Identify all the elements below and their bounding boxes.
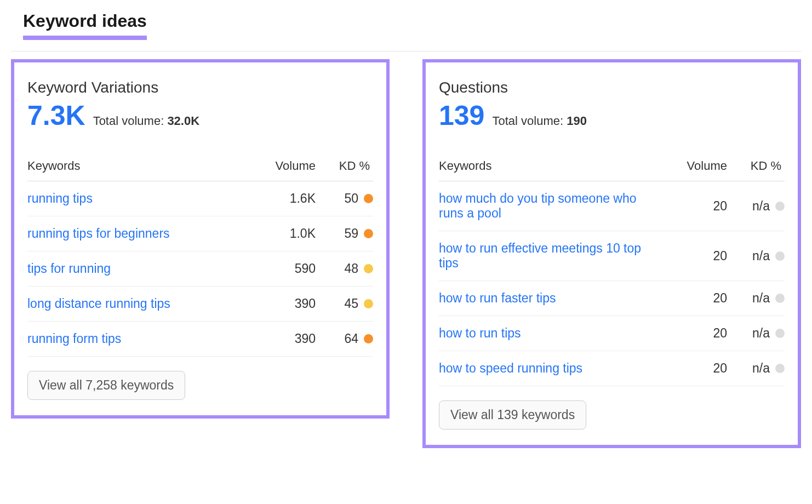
questions-count: 139 [439, 100, 484, 131]
keyword-link[interactable]: long distance running tips [27, 296, 170, 311]
table-row: long distance running tips39045 [27, 287, 373, 322]
kd-dot-icon [364, 229, 373, 238]
table-row: how to run effective meetings 10 top tip… [439, 231, 785, 281]
variations-table: Keywords Volume KD % running tips1.6K50r… [27, 153, 373, 357]
keyword-cell: running tips [27, 181, 255, 216]
volume-cell: 20 [667, 231, 727, 281]
kd-cell: n/a [727, 316, 785, 351]
kd-dot-icon [775, 251, 785, 261]
table-row: how to run tips20n/a [439, 316, 785, 351]
keyword-link[interactable]: how to run effective meetings 10 top tip… [439, 241, 641, 270]
kd-cell: n/a [727, 231, 785, 281]
kd-dot-icon [364, 334, 373, 343]
kd-value: n/a [752, 291, 770, 306]
keyword-cell: how to run faster tips [439, 281, 667, 316]
keyword-cell: running tips for beginners [27, 216, 255, 251]
variations-total-volume: Total volume: 32.0K [93, 114, 199, 128]
keyword-link[interactable]: how to run tips [439, 326, 521, 340]
card-title: Questions [439, 79, 785, 96]
col-kd: KD % [727, 153, 785, 181]
view-all-wrap: View all 7,258 keywords [27, 371, 373, 400]
keyword-link[interactable]: tips for running [27, 261, 111, 276]
kd-value: 64 [344, 331, 358, 346]
kd-dot-icon [364, 299, 373, 308]
variations-tbody: running tips1.6K50running tips for begin… [27, 181, 373, 357]
kd-cell: 59 [316, 216, 373, 251]
table-row: running tips1.6K50 [27, 181, 373, 216]
kd-dot-icon [775, 294, 785, 303]
card-header: Questions 139 Total volume: 190 [439, 79, 785, 131]
table-row: how to speed running tips20n/a [439, 351, 785, 386]
volume-cell: 390 [255, 287, 316, 322]
volume-cell: 20 [667, 181, 727, 231]
col-volume: Volume [667, 153, 727, 181]
keyword-link[interactable]: running tips [27, 191, 93, 205]
questions-total-volume: Total volume: 190 [492, 114, 586, 128]
kd-dot-icon [775, 202, 785, 211]
table-row: running form tips39064 [27, 322, 373, 357]
kd-dot-icon [364, 264, 373, 273]
cards-row: Keyword Variations 7.3K Total volume: 32… [11, 59, 801, 448]
col-volume: Volume [255, 153, 316, 181]
keyword-link[interactable]: running form tips [27, 331, 121, 346]
stat-line: 139 Total volume: 190 [439, 100, 785, 131]
section-title: Keyword ideas [23, 11, 147, 40]
table-row: how to run faster tips20n/a [439, 281, 785, 316]
variations-count: 7.3K [27, 100, 85, 131]
view-all-variations-button[interactable]: View all 7,258 keywords [27, 371, 185, 400]
volume-cell: 1.6K [255, 181, 316, 216]
table-row: running tips for beginners1.0K59 [27, 216, 373, 251]
stat-line: 7.3K Total volume: 32.0K [27, 100, 373, 131]
questions-table: Keywords Volume KD % how much do you tip… [439, 153, 785, 386]
col-keywords: Keywords [439, 153, 667, 181]
kd-cell: n/a [727, 351, 785, 386]
volume-cell: 1.0K [255, 216, 316, 251]
kd-value: 45 [344, 296, 358, 311]
keyword-cell: how to speed running tips [439, 351, 667, 386]
card-header: Keyword Variations 7.3K Total volume: 32… [27, 79, 373, 131]
col-kd: KD % [316, 153, 373, 181]
volume-cell: 390 [255, 322, 316, 357]
kd-dot-icon [775, 329, 785, 338]
keyword-cell: running form tips [27, 322, 255, 357]
kd-value: 59 [344, 226, 358, 241]
kd-value: 48 [344, 261, 358, 276]
kd-dot-icon [775, 364, 785, 373]
kd-value: n/a [752, 361, 770, 376]
keyword-cell: how to run effective meetings 10 top tip… [439, 231, 667, 281]
keyword-link[interactable]: how to speed running tips [439, 361, 582, 375]
kd-value: n/a [752, 199, 770, 214]
keyword-cell: how to run tips [439, 316, 667, 351]
volume-cell: 590 [255, 251, 316, 287]
kd-cell: n/a [727, 181, 785, 231]
kd-cell: n/a [727, 281, 785, 316]
kd-value: n/a [752, 326, 770, 341]
card-title: Keyword Variations [27, 79, 373, 96]
kd-cell: 50 [316, 181, 373, 216]
view-all-wrap: View all 139 keywords [439, 400, 785, 429]
questions-card: Questions 139 Total volume: 190 Keywords… [422, 59, 801, 448]
volume-cell: 20 [667, 351, 727, 386]
kd-value: 50 [344, 191, 358, 206]
keyword-link[interactable]: how to run faster tips [439, 291, 556, 305]
kd-dot-icon [364, 194, 373, 203]
keyword-link[interactable]: running tips for beginners [27, 226, 170, 240]
section-divider [11, 51, 801, 51]
keyword-cell: long distance running tips [27, 287, 255, 322]
kd-value: n/a [752, 249, 770, 264]
col-keywords: Keywords [27, 153, 255, 181]
kd-cell: 48 [316, 251, 373, 287]
questions-tbody: how much do you tip someone who runs a p… [439, 181, 785, 386]
keyword-cell: how much do you tip someone who runs a p… [439, 181, 667, 231]
kd-cell: 64 [316, 322, 373, 357]
volume-cell: 20 [667, 316, 727, 351]
table-row: tips for running59048 [27, 251, 373, 287]
volume-cell: 20 [667, 281, 727, 316]
view-all-questions-button[interactable]: View all 139 keywords [439, 400, 586, 429]
keyword-variations-card: Keyword Variations 7.3K Total volume: 32… [11, 59, 390, 419]
kd-cell: 45 [316, 287, 373, 322]
keyword-cell: tips for running [27, 251, 255, 287]
table-row: how much do you tip someone who runs a p… [439, 181, 785, 231]
keyword-link[interactable]: how much do you tip someone who runs a p… [439, 191, 637, 220]
